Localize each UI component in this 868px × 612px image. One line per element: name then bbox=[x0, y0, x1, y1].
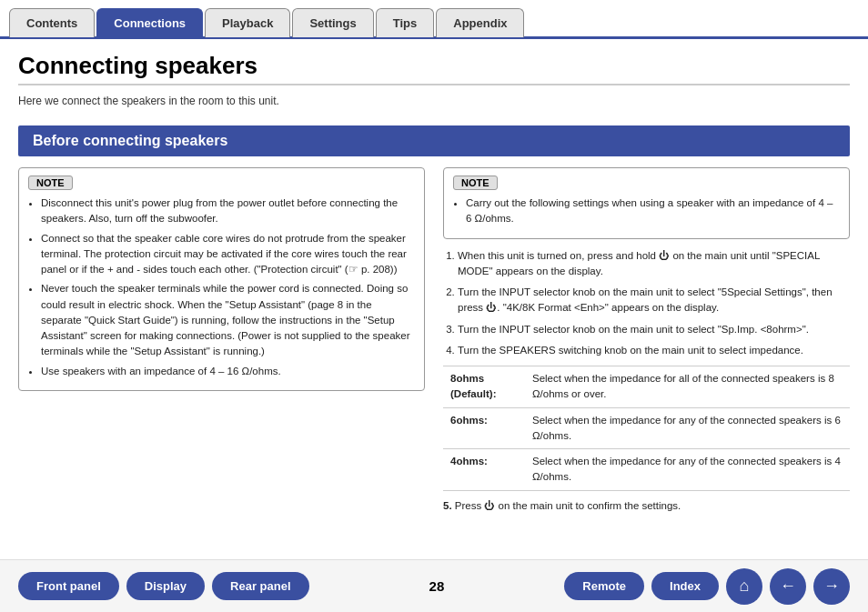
page-number: 28 bbox=[429, 578, 445, 594]
table-row: 8ohms (Default): Select when the impedan… bbox=[443, 366, 850, 408]
tab-connections[interactable]: Connections bbox=[96, 8, 203, 37]
right-note-label: NOTE bbox=[453, 176, 498, 190]
rear-panel-button[interactable]: Rear panel bbox=[212, 572, 308, 600]
content-right: NOTE Carry out the following settings wh… bbox=[443, 167, 850, 514]
page-subtitle: Here we connect the speakers in the room… bbox=[0, 95, 868, 116]
step-5: 5. Press ⏻ on the main unit to confirm t… bbox=[443, 498, 850, 514]
index-button[interactable]: Index bbox=[651, 572, 719, 600]
content-area: NOTE Disconnect this unit's power plug f… bbox=[0, 167, 868, 514]
remote-button[interactable]: Remote bbox=[564, 572, 644, 600]
forward-button[interactable]: → bbox=[813, 568, 850, 605]
numbered-steps: When this unit is turned on, press and h… bbox=[443, 248, 850, 514]
tab-appendix[interactable]: Appendix bbox=[436, 8, 524, 37]
table-cell-desc: Select when the impedance for any of the… bbox=[525, 407, 850, 449]
bottom-nav-right-buttons: Remote Index ⌂ ← → bbox=[564, 568, 850, 605]
title-divider bbox=[18, 84, 850, 85]
table-row: 4ohms: Select when the impedance for any… bbox=[443, 449, 850, 491]
table-cell-desc: Select when the impedance for all of the… bbox=[525, 366, 850, 408]
list-item: Carry out the following settings when us… bbox=[466, 196, 840, 227]
tab-contents[interactable]: Contents bbox=[9, 8, 95, 37]
tab-tips[interactable]: Tips bbox=[376, 8, 435, 37]
display-button[interactable]: Display bbox=[126, 572, 205, 600]
step-2: Turn the INPUT selector knob on the main… bbox=[458, 285, 850, 316]
tab-settings[interactable]: Settings bbox=[292, 8, 373, 37]
list-item: Connect so that the speaker cable core w… bbox=[41, 231, 415, 278]
arrow-left-icon: ← bbox=[780, 577, 796, 596]
top-navigation: Contents Connections Playback Settings T… bbox=[0, 7, 868, 39]
table-cell-label: 6ohms: bbox=[443, 407, 525, 449]
list-item: Never touch the speaker terminals while … bbox=[41, 281, 415, 359]
step-1: When this unit is turned on, press and h… bbox=[458, 248, 850, 280]
tab-playback[interactable]: Playback bbox=[205, 8, 290, 37]
list-item: Use speakers with an impedance of 4 – 16… bbox=[41, 364, 415, 379]
home-icon: ⌂ bbox=[740, 577, 750, 596]
step-4: Turn the SPEAKERS switching knob on the … bbox=[458, 343, 850, 358]
table-cell-label: 4ohms: bbox=[443, 449, 525, 491]
table-cell-desc: Select when the impedance for any of the… bbox=[525, 449, 850, 491]
page-title: Connecting speakers bbox=[0, 39, 868, 84]
list-item: Disconnect this unit's power plug from t… bbox=[41, 196, 415, 227]
bottom-nav-left-buttons: Front panel Display Rear panel bbox=[18, 572, 309, 600]
table-cell-label: 8ohms (Default): bbox=[443, 366, 525, 408]
content-left: NOTE Disconnect this unit's power plug f… bbox=[18, 167, 425, 514]
step-3: Turn the INPUT selector knob on the main… bbox=[458, 322, 850, 337]
front-panel-button[interactable]: Front panel bbox=[18, 572, 119, 600]
left-note-box: NOTE Disconnect this unit's power plug f… bbox=[18, 167, 425, 391]
right-note-box: NOTE Carry out the following settings wh… bbox=[443, 167, 850, 239]
home-button[interactable]: ⌂ bbox=[726, 568, 762, 605]
bottom-navigation: Front panel Display Rear panel 28 Remote… bbox=[0, 559, 868, 612]
settings-table: 8ohms (Default): Select when the impedan… bbox=[443, 366, 850, 491]
back-button[interactable]: ← bbox=[770, 568, 806, 605]
left-note-list: Disconnect this unit's power plug from t… bbox=[41, 196, 415, 379]
section-header: Before connecting speakers bbox=[18, 125, 850, 156]
left-note-label: NOTE bbox=[28, 176, 73, 190]
table-row: 6ohms: Select when the impedance for any… bbox=[443, 407, 850, 449]
right-note-list: Carry out the following settings when us… bbox=[466, 196, 840, 227]
arrow-right-icon: → bbox=[823, 577, 840, 596]
